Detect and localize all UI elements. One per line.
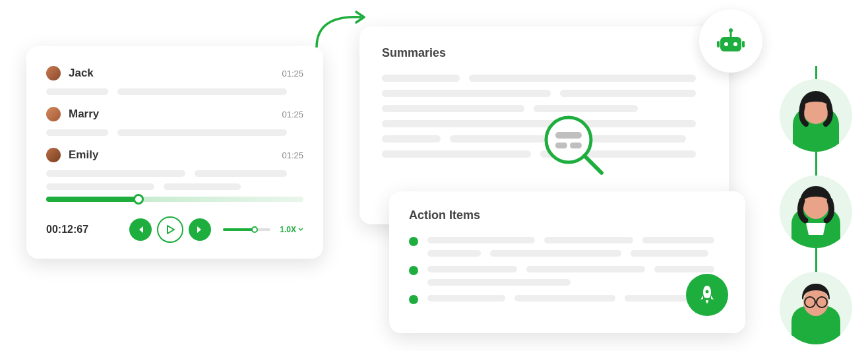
transcript-card: Jack 01:25 Marry 01:25 Emily 01:25: [26, 46, 323, 259]
bot-badge: [699, 9, 762, 73]
transcript-line: [46, 170, 303, 190]
time-display: 00:12:67: [46, 224, 88, 236]
speaker-avatar: [46, 148, 61, 162]
skip-next-icon: [195, 225, 204, 234]
person-icon: [780, 272, 852, 344]
play-button[interactable]: [157, 216, 183, 243]
skip-next-button[interactable]: [189, 218, 211, 241]
speaker-row: Emily 01:25: [46, 148, 303, 162]
speaker-timestamp: 01:25: [282, 110, 303, 119]
speed-value: 1.0X: [280, 225, 296, 234]
person-icon: [780, 79, 852, 152]
rocket-badge[interactable]: [686, 274, 728, 316]
svg-point-5: [706, 290, 709, 294]
action-item: [409, 295, 726, 304]
bullet-icon: [409, 266, 418, 275]
speaker-name: Jack: [69, 67, 282, 80]
transcript-line: [46, 88, 303, 95]
speaker-avatar: [46, 66, 61, 80]
player-controls: 00:12:67 1.0X: [46, 216, 303, 243]
svg-point-10: [729, 28, 733, 32]
action-items-card: Action Items: [389, 191, 745, 333]
person-icon: [780, 176, 852, 248]
volume-thumb[interactable]: [251, 226, 258, 233]
connector-arrow: [310, 8, 369, 54]
user-avatar-1: [780, 79, 852, 152]
speaker-block: Marry 01:25: [46, 107, 303, 136]
play-icon: [164, 224, 176, 236]
skip-prev-icon: [136, 225, 145, 234]
speaker-name: Marry: [69, 108, 282, 121]
speaker-row: Marry 01:25: [46, 107, 303, 121]
playback-progress[interactable]: [46, 197, 303, 202]
summaries-content: [382, 75, 706, 158]
transcript-line: [46, 129, 303, 136]
speaker-timestamp: 01:25: [282, 69, 303, 79]
svg-rect-6: [720, 37, 741, 51]
speaker-row: Jack 01:25: [46, 66, 303, 80]
volume-slider[interactable]: [223, 228, 270, 231]
summaries-title: Summaries: [382, 46, 706, 60]
speaker-timestamp: 01:25: [282, 150, 303, 160]
action-item: [409, 266, 726, 286]
chevron-down-icon: [298, 227, 303, 232]
speaker-block: Jack 01:25: [46, 66, 303, 95]
svg-rect-11: [717, 41, 720, 48]
svg-point-7: [724, 42, 728, 46]
skip-prev-button[interactable]: [129, 218, 152, 241]
user-avatar-2: [780, 176, 852, 248]
bullet-icon: [409, 237, 418, 246]
action-items-title: Action Items: [409, 208, 726, 222]
bot-icon: [714, 24, 748, 58]
speaker-avatar: [46, 107, 61, 121]
svg-rect-12: [742, 41, 745, 48]
playback-speed[interactable]: 1.0X: [280, 225, 303, 234]
user-avatar-3: [780, 272, 852, 344]
speaker-name: Emily: [69, 148, 282, 162]
svg-point-8: [733, 42, 737, 46]
speaker-block: Emily 01:25: [46, 148, 303, 190]
action-item: [409, 237, 726, 257]
bullet-icon: [409, 295, 418, 304]
progress-thumb[interactable]: [133, 194, 144, 205]
rocket-icon: [696, 284, 718, 306]
